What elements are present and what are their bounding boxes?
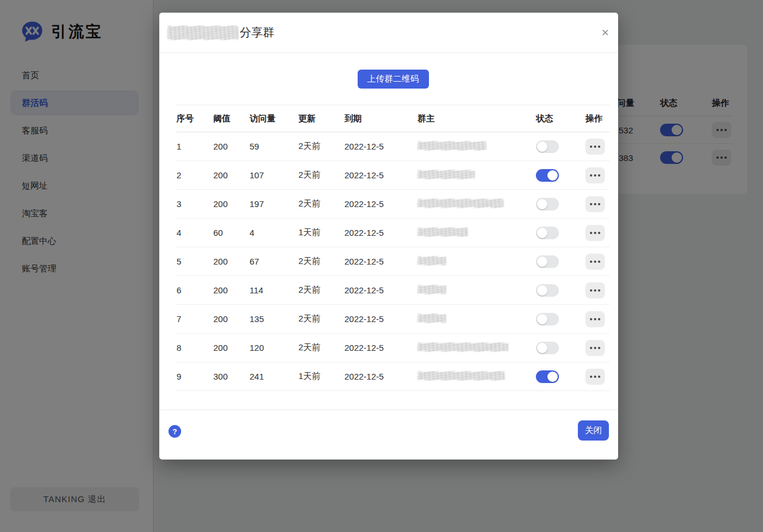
visits-cell: 59	[250, 141, 298, 151]
redacted-group-name	[167, 26, 239, 40]
expires-cell: 2022-12-5	[344, 314, 417, 324]
seq-cell: 1	[177, 141, 213, 151]
updated-cell: 2天前	[298, 342, 344, 353]
expires-cell: 2022-12-5	[344, 141, 417, 151]
threshold-cell: 200	[213, 314, 250, 324]
more-button[interactable]	[585, 340, 605, 356]
more-button[interactable]	[585, 139, 605, 155]
redacted-owner-name	[417, 199, 504, 208]
column-header-updated: 更新	[298, 113, 344, 124]
seq-cell: 6	[177, 285, 213, 295]
upload-qrcode-button[interactable]: 上传群二维码	[358, 70, 429, 89]
seq-cell: 3	[177, 199, 213, 209]
expires-cell: 2022-12-5	[344, 257, 417, 266]
owner-cell	[417, 199, 536, 209]
owner-cell	[417, 285, 536, 296]
threshold-cell: 200	[213, 285, 250, 295]
modal: 分享群 × 上传群二维码 序号 阈值 访问量 更新 到期 群主 状态 操作 1	[159, 13, 618, 460]
visits-cell: 67	[250, 257, 298, 266]
more-button[interactable]	[585, 225, 605, 241]
redacted-owner-name	[417, 372, 505, 380]
updated-cell: 2天前	[298, 313, 344, 324]
updated-cell: 2天前	[298, 198, 344, 209]
more-button[interactable]	[585, 254, 605, 270]
modal-footer: ? 关闭	[159, 409, 618, 460]
owner-cell	[417, 141, 536, 152]
more-button[interactable]	[585, 369, 605, 385]
redacted-owner-name	[417, 285, 446, 294]
threshold-cell: 200	[213, 141, 250, 151]
table-row: 7 200 135 2天前 2022-12-5	[177, 305, 609, 334]
redacted-owner-name	[417, 170, 475, 179]
owner-cell	[417, 228, 536, 238]
modal-table: 序号 阈值 访问量 更新 到期 群主 状态 操作 1 200 59 2天前 20…	[177, 105, 609, 391]
table-row: 5 200 67 2天前 2022-12-5	[177, 247, 609, 276]
visits-cell: 114	[250, 285, 298, 295]
expires-cell: 2022-12-5	[344, 170, 417, 180]
status-toggle[interactable]	[536, 140, 559, 153]
owner-cell	[417, 343, 536, 353]
visits-cell: 4	[250, 228, 298, 238]
status-toggle[interactable]	[536, 313, 559, 326]
close-icon[interactable]: ×	[601, 26, 609, 39]
expires-cell: 2022-12-5	[344, 372, 417, 381]
expires-cell: 2022-12-5	[344, 199, 417, 209]
updated-cell: 2天前	[298, 256, 344, 267]
redacted-owner-name	[417, 228, 468, 236]
redacted-owner-name	[417, 314, 446, 323]
owner-cell	[417, 170, 536, 181]
expires-cell: 2022-12-5	[344, 285, 417, 295]
seq-cell: 8	[177, 343, 213, 353]
visits-cell: 197	[250, 199, 298, 209]
column-header-seq: 序号	[177, 113, 213, 124]
updated-cell: 2天前	[298, 170, 344, 181]
table-row: 1 200 59 2天前 2022-12-5	[177, 132, 609, 161]
more-button[interactable]	[585, 311, 605, 327]
column-header-expires: 到期	[344, 113, 417, 124]
updated-cell: 1天前	[298, 227, 344, 238]
status-toggle[interactable]	[536, 255, 559, 268]
seq-cell: 4	[177, 228, 213, 238]
seq-cell: 7	[177, 314, 213, 324]
status-toggle[interactable]	[536, 169, 559, 182]
more-button[interactable]	[585, 167, 605, 183]
status-toggle[interactable]	[536, 370, 559, 383]
table-row: 2 200 107 2天前 2022-12-5	[177, 161, 609, 190]
visits-cell: 120	[250, 343, 298, 353]
threshold-cell: 200	[213, 257, 250, 266]
redacted-owner-name	[417, 343, 508, 351]
visits-cell: 241	[250, 372, 298, 381]
column-header-threshold: 阈值	[213, 113, 250, 124]
close-modal-button[interactable]: 关闭	[578, 420, 609, 441]
expires-cell: 2022-12-5	[344, 228, 417, 238]
owner-cell	[417, 314, 536, 324]
more-button[interactable]	[585, 282, 605, 298]
modal-header: 分享群 ×	[159, 13, 618, 53]
help-icon[interactable]: ?	[168, 425, 181, 438]
more-button[interactable]	[585, 196, 605, 212]
threshold-cell: 200	[213, 199, 250, 209]
column-header-status: 状态	[536, 113, 585, 124]
modal-title: 分享群	[240, 25, 274, 40]
table-row: 9 300 241 1天前 2022-12-5	[177, 362, 609, 391]
visits-cell: 135	[250, 314, 298, 324]
table-row: 4 60 4 1天前 2022-12-5	[177, 219, 609, 247]
table-row: 6 200 114 2天前 2022-12-5	[177, 276, 609, 305]
expires-cell: 2022-12-5	[344, 343, 417, 353]
seq-cell: 5	[177, 257, 213, 266]
seq-cell: 9	[177, 372, 213, 381]
status-toggle[interactable]	[536, 227, 559, 239]
redacted-owner-name	[417, 257, 446, 265]
column-header-owner: 群主	[417, 113, 536, 124]
column-header-visits: 访问量	[250, 113, 298, 124]
updated-cell: 1天前	[298, 371, 344, 382]
owner-cell	[417, 257, 536, 267]
table-row: 8 200 120 2天前 2022-12-5	[177, 334, 609, 362]
status-toggle[interactable]	[536, 342, 559, 354]
threshold-cell: 60	[213, 228, 250, 238]
modal-table-header: 序号 阈值 访问量 更新 到期 群主 状态 操作	[177, 105, 609, 132]
table-row: 3 200 197 2天前 2022-12-5	[177, 190, 609, 219]
status-toggle[interactable]	[536, 284, 559, 297]
status-toggle[interactable]	[536, 198, 559, 210]
updated-cell: 2天前	[298, 285, 344, 296]
